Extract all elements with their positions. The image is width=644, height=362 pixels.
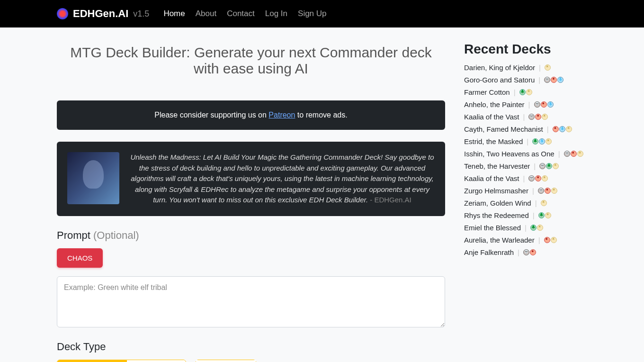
promo-image [67,152,119,204]
mana-w-icon [577,151,583,157]
deck-type-casual[interactable]: CASUAL [127,360,186,362]
mana-icons [545,64,551,71]
deck-type-label: Deck Type [57,341,445,353]
mana-b-icon [544,77,550,83]
mana-icons [532,138,552,145]
prompt-label-text: Prompt [57,229,93,241]
nav-links: Home About Contact Log In Sign Up [163,9,326,18]
separator: | [535,199,537,207]
nav-signup[interactable]: Sign Up [298,9,326,18]
deck-name-link[interactable]: Anhelo, the Painter [464,100,525,109]
deck-item: Goro-Goro and Satoru| [464,76,587,84]
deck-item: Kaalia of the Vast| [464,174,587,182]
separator: | [547,125,549,133]
mana-icons [534,101,554,108]
mana-g-icon [532,138,538,145]
deck-item: Kaalia of the Vast| [464,113,587,121]
deck-name-link[interactable]: Kaalia of the Vast [464,174,519,182]
deck-name-link[interactable]: Aurelia, the Warleader [464,236,535,244]
deck-name-link[interactable]: Anje Falkenrath [464,248,514,256]
deck-item: Emiel the Blessed| [464,224,587,232]
mana-b-icon [528,175,535,181]
deck-name-link[interactable]: Cayth, Famed Mechanist [464,125,543,133]
deck-name-link[interactable]: Kaalia of the Vast [464,113,519,121]
mana-r-icon [545,188,551,194]
mana-icons [564,151,583,157]
mana-w-icon [526,89,532,95]
mana-g-icon [519,89,526,95]
mana-u-icon [557,77,564,83]
mana-icons [538,212,551,218]
mana-w-icon [545,64,551,71]
prompt-input[interactable] [57,276,445,327]
deck-name-link[interactable]: Darien, King of Kjeldor [464,63,535,72]
nav-login[interactable]: Log In [265,9,287,18]
mana-icons [528,175,548,181]
deck-name-link[interactable]: Teneb, the Harvester [464,162,530,170]
deck-name-link[interactable]: Goro-Goro and Satoru [464,76,535,84]
banner-prefix: Please consider supporting us on [154,111,268,119]
promo-attribution: - EDHGen.AI [370,196,411,204]
deck-name-link[interactable]: Farmer Cotton [464,88,510,96]
banner-suffix: to remove ads. [295,111,347,119]
deck-name-link[interactable]: Rhys the Redeemed [464,211,529,219]
separator: | [525,224,527,232]
deck-item: Cayth, Famed Mechanist| [464,125,587,133]
separator: | [518,248,519,256]
mana-r-icon [571,151,577,157]
brand-name: EDHGen.AI [73,8,128,20]
logo-icon [57,8,68,19]
separator: | [523,113,525,121]
separator: | [514,88,516,96]
separator: | [538,236,540,244]
brand-version: v1.5 [133,9,149,19]
nav-about[interactable]: About [196,9,216,18]
support-banner: Please consider supporting us on Patreon… [57,100,445,130]
mana-r-icon [535,114,541,120]
navbar: EDHGen.AI v1.5 Home About Contact Log In… [0,0,644,27]
mana-icons [553,126,572,132]
deck-name-link[interactable]: Estrid, the Masked [464,137,523,145]
mana-g-icon [538,212,545,218]
deck-type-group: OPTIMIZED CASUAL BUDGET [57,360,445,362]
mana-w-icon [537,225,543,231]
deck-item: Zeriam, Golden Wind| [464,199,587,207]
navbar-brand[interactable]: EDHGen.AI v1.5 [57,8,149,20]
chaos-button[interactable]: CHAOS [57,248,103,268]
mana-icons [544,237,557,243]
mana-r-icon [535,175,541,181]
nav-home[interactable]: Home [163,9,185,18]
mana-u-icon [559,126,565,132]
deck-name-link[interactable]: Isshin, Two Heavens as One [464,150,555,158]
page-title: MTG Deck Builder: Generate your next Com… [57,45,445,77]
deck-name-link[interactable]: Zurgo Helmsmasher [464,187,528,195]
mana-icons [538,188,557,194]
mana-w-icon [566,126,572,132]
deck-name-link[interactable]: Zeriam, Golden Wind [464,199,531,207]
mana-b-icon [528,114,535,120]
separator: | [528,100,530,109]
separator: | [527,137,528,145]
mana-w-icon [551,237,557,243]
mana-r-icon [541,101,547,108]
mana-w-icon [541,200,547,206]
separator: | [539,63,541,72]
recent-decks-heading: Recent Decks [464,42,587,57]
deck-type-optimized[interactable]: OPTIMIZED [57,360,127,362]
promo-box: Unleash the Madness: Let AI Build Your M… [57,142,445,216]
deck-item: Rhys the Redeemed| [464,211,587,219]
mana-b-icon [534,101,540,108]
deck-name-link[interactable]: Emiel the Blessed [464,224,521,232]
deck-item: Farmer Cotton| [464,88,587,96]
deck-type-segmented: OPTIMIZED CASUAL [57,360,186,362]
deck-item: Anhelo, the Painter| [464,100,587,109]
deck-item: Isshin, Two Heavens as One| [464,150,587,158]
mana-w-icon [551,188,557,194]
nav-contact[interactable]: Contact [227,9,255,18]
deck-type-budget[interactable]: BUDGET [196,360,256,362]
deck-type-budget-wrap: BUDGET [196,360,257,362]
mana-icons [523,249,536,255]
deck-item: Estrid, the Masked| [464,137,587,145]
mana-w-icon [553,163,559,169]
patreon-link[interactable]: Patreon [268,111,295,119]
